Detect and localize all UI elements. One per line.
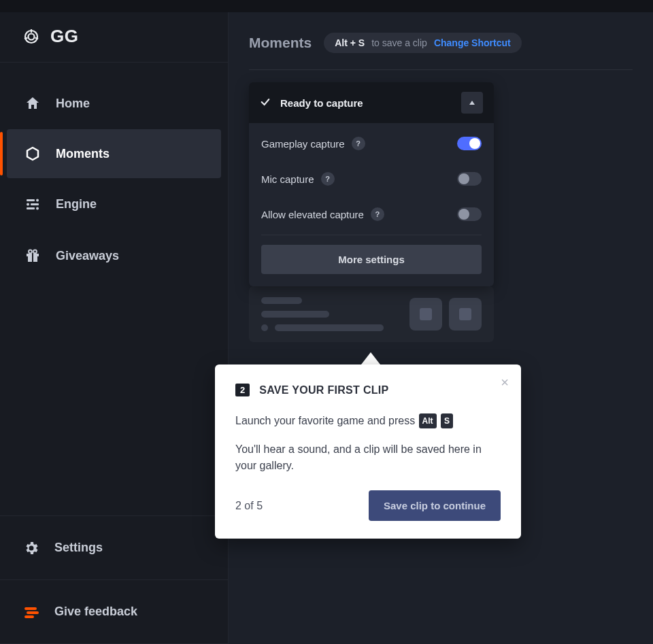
gift-icon (24, 248, 41, 264)
popup-line2: You'll hear a sound, and a clip will be … (235, 441, 501, 474)
sidebar-item-moments[interactable]: Moments (7, 129, 221, 178)
popup-body: Launch your favorite game and press Alt … (235, 413, 501, 474)
capture-row-label: Allow elevated capture (261, 209, 364, 220)
svg-point-11 (36, 207, 39, 210)
help-icon[interactable]: ? (371, 207, 384, 221)
onboarding-popup-wrap: × 2 SAVE YOUR FIRST CLIP Launch your fav… (215, 352, 521, 539)
close-button[interactable]: × (501, 375, 509, 389)
svg-rect-19 (24, 615, 34, 618)
main-content: Moments Alt + S to save a clip Change Sh… (229, 12, 653, 644)
page-title: Moments (249, 35, 312, 51)
svg-line-4 (35, 37, 39, 39)
key-alt: Alt (419, 413, 437, 428)
placeholder-thumb (449, 298, 482, 331)
placeholder-thumb (409, 298, 442, 331)
primary-nav: Home Moments Engine Giveaways (0, 63, 228, 515)
svg-point-15 (29, 250, 32, 254)
engine-icon (24, 196, 41, 212)
toggle-gameplay[interactable] (457, 137, 482, 150)
capture-header: Ready to capture (249, 82, 494, 123)
capture-panel: Ready to capture Gameplay capture ? Mic … (249, 82, 494, 286)
clip-placeholder-card (249, 286, 494, 342)
moments-icon (24, 146, 41, 162)
svg-marker-20 (469, 101, 475, 105)
shortcut-desc: to save a clip (371, 37, 427, 48)
svg-point-7 (36, 199, 39, 202)
svg-rect-17 (24, 607, 37, 610)
step-progress: 2 of 5 (235, 500, 263, 512)
help-icon[interactable]: ? (321, 172, 335, 186)
save-clip-button[interactable]: Save clip to continue (369, 490, 501, 521)
sidebar-item-label: Giveaways (56, 249, 119, 263)
help-icon[interactable]: ? (352, 137, 365, 150)
shortcut-key: Alt + S (335, 37, 365, 48)
capture-row-label: Mic capture (261, 173, 314, 185)
page-header: Moments Alt + S to save a clip Change Sh… (249, 33, 633, 70)
sidebar-item-label: Engine (56, 197, 97, 211)
sidebar-item-feedback[interactable]: Give feedback (0, 580, 228, 644)
capture-status: Ready to capture (280, 97, 363, 109)
change-shortcut-link[interactable]: Change Shortcut (434, 37, 511, 48)
placeholder-lines (261, 297, 403, 331)
titlebar (0, 0, 653, 12)
toggle-mic[interactable] (457, 172, 482, 186)
toggle-elevated[interactable] (457, 207, 482, 221)
chevron-up-icon (469, 99, 475, 106)
capture-row-label: Gameplay capture (261, 138, 345, 150)
capture-row-elevated: Allow elevated capture ? (261, 197, 482, 232)
capture-row-mic: Mic capture ? (261, 161, 482, 197)
svg-line-3 (24, 37, 28, 39)
svg-point-1 (29, 33, 35, 39)
sidebar-item-label: Home (56, 97, 90, 111)
sidebar: GG Home Moments Engine (0, 12, 229, 644)
sidebar-item-engine[interactable]: Engine (0, 178, 228, 230)
sidebar-item-label: Give feedback (54, 605, 137, 619)
brand-text: GG (50, 26, 78, 47)
svg-point-9 (27, 203, 29, 206)
popup-title: SAVE YOUR FIRST CLIP (259, 384, 388, 396)
sidebar-item-label: Moments (56, 147, 110, 161)
more-settings-button[interactable]: More settings (261, 245, 482, 274)
capture-row-gameplay: Gameplay capture ? (261, 126, 482, 161)
brand-row: GG (0, 12, 228, 63)
sidebar-bottom: Settings Give feedback (0, 515, 228, 644)
popup-line1: Launch your favorite game and press (235, 415, 418, 426)
svg-rect-8 (31, 203, 39, 205)
gear-icon (23, 540, 39, 556)
sidebar-item-giveaways[interactable]: Giveaways (0, 230, 228, 282)
steelseries-logo-icon (23, 29, 39, 45)
collapse-button[interactable] (461, 92, 483, 114)
sidebar-item-home[interactable]: Home (0, 78, 228, 129)
capture-body: Gameplay capture ? Mic capture ? Allow e… (249, 123, 494, 286)
svg-rect-10 (27, 207, 35, 209)
popup-arrow-icon (361, 352, 380, 365)
home-icon (24, 95, 41, 112)
svg-marker-5 (27, 148, 38, 160)
sidebar-item-settings[interactable]: Settings (0, 516, 228, 580)
onboarding-popup: × 2 SAVE YOUR FIRST CLIP Launch your fav… (215, 365, 521, 539)
shortcut-pill: Alt + S to save a clip Change Shortcut (324, 33, 521, 53)
svg-rect-18 (27, 611, 39, 614)
sidebar-item-label: Settings (54, 541, 103, 555)
key-s: S (441, 413, 453, 428)
svg-rect-14 (32, 254, 33, 262)
feedback-icon (23, 604, 39, 620)
check-icon (260, 97, 271, 109)
svg-rect-6 (27, 199, 35, 201)
svg-point-16 (33, 250, 37, 254)
step-badge: 2 (235, 384, 250, 396)
divider (261, 235, 482, 235)
